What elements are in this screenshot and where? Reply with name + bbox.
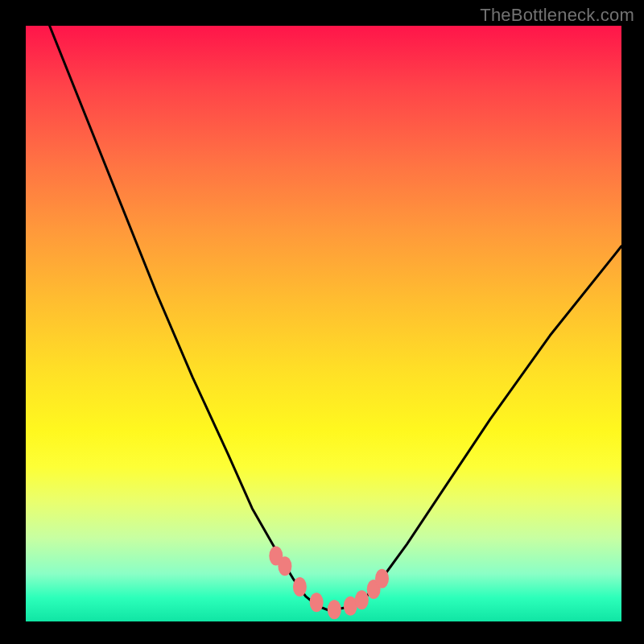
left-curve <box>50 26 330 611</box>
chart-frame: TheBottleneck.com <box>0 0 644 644</box>
data-marker <box>355 590 369 609</box>
data-marker <box>293 577 307 597</box>
right-curve <box>329 246 621 611</box>
data-marker <box>375 569 389 588</box>
data-marker <box>328 600 341 619</box>
data-marker <box>278 556 291 576</box>
plot-area <box>24 24 623 623</box>
data-marker <box>310 592 324 612</box>
watermark-text: TheBottleneck.com <box>480 5 634 26</box>
curves-svg <box>26 26 621 621</box>
